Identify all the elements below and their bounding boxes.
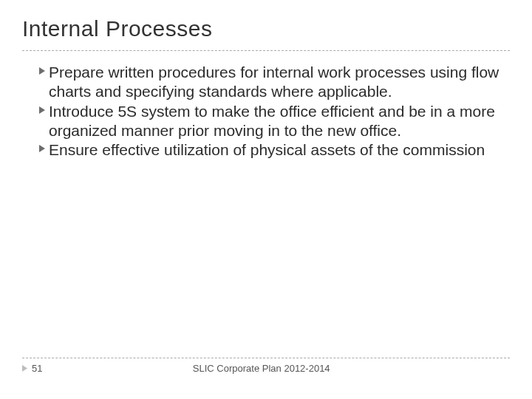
bullet-text: Introduce 5S system to make the office e… xyxy=(49,102,502,141)
triangle-bullet-icon xyxy=(35,67,49,75)
footer-text: SLIC Corporate Plan 2012-2014 xyxy=(13,363,510,374)
svg-marker-1 xyxy=(39,106,45,114)
svg-marker-0 xyxy=(39,67,45,75)
footer-divider xyxy=(22,358,510,358)
slide-footer: 51 SLIC Corporate Plan 2012-2014 xyxy=(22,358,510,374)
footer-row: 51 SLIC Corporate Plan 2012-2014 xyxy=(22,363,510,374)
list-item: Introduce 5S system to make the office e… xyxy=(35,102,502,141)
list-item: Ensure effective utilization of physical… xyxy=(35,140,502,160)
triangle-bullet-icon xyxy=(35,145,49,152)
svg-marker-2 xyxy=(39,145,45,152)
title-divider xyxy=(22,50,510,51)
triangle-bullet-icon xyxy=(35,106,49,114)
bullet-list: Prepare written procedures for internal … xyxy=(22,63,510,160)
bullet-text: Prepare written procedures for internal … xyxy=(49,63,502,102)
bullet-text: Ensure effective utilization of physical… xyxy=(49,140,485,160)
slide-title: Internal Processes xyxy=(22,16,510,41)
list-item: Prepare written procedures for internal … xyxy=(35,63,502,102)
slide: Internal Processes Prepare written proce… xyxy=(0,0,532,399)
